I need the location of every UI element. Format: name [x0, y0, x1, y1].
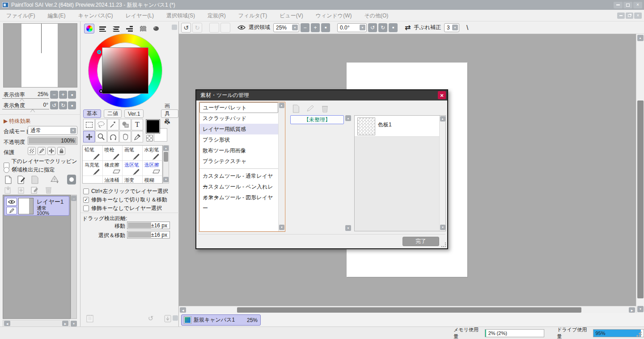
- scroll-up-icon[interactable]: ▲: [163, 146, 169, 151]
- maximize-button[interactable]: [623, 2, 632, 8]
- option-checkbox-row[interactable]: Ctrl+左クリックでレイヤー選択: [83, 188, 168, 195]
- export-icon[interactable]: [163, 314, 173, 323]
- horizontal-scroll-thumb[interactable]: [237, 307, 581, 313]
- tool-cell[interactable]: 橡皮擦: [103, 161, 123, 176]
- tool-cell[interactable]: 模糊: [143, 176, 163, 184]
- tool-cell[interactable]: 选区笔: [123, 161, 143, 176]
- new-layer-folder-icon[interactable]: [30, 175, 39, 184]
- opacity-slider[interactable]: 100%: [28, 137, 77, 145]
- redo-button[interactable]: ↻: [192, 23, 202, 33]
- option-checkbox-row[interactable]: 修飾キーなしでレイヤー選択: [83, 205, 162, 212]
- drag-distance-slider[interactable]: ±16 px: [127, 222, 170, 229]
- rotate-cw-button[interactable]: ↻: [378, 23, 387, 32]
- eyedropper-tool[interactable]: [131, 131, 143, 142]
- scroll-down-icon[interactable]: ▼: [71, 321, 77, 326]
- canvas-tab[interactable]: 新規キャンバス1 25%: [181, 314, 261, 326]
- text-tool[interactable]: T: [131, 119, 143, 130]
- menu-item[interactable]: その他(O): [358, 10, 394, 21]
- zoom-slider[interactable]: [2, 98, 49, 99]
- minimize-button[interactable]: [614, 2, 623, 8]
- scroll-up-icon[interactable]: ▲: [345, 115, 351, 121]
- tool-cell[interactable]: 选区擦: [143, 161, 163, 176]
- items-scrollbar[interactable]: ▲ ▼: [439, 116, 445, 231]
- scroll-up-icon[interactable]: ▲: [440, 116, 445, 121]
- detect-source-option[interactable]: 領域検出元に指定: [4, 166, 55, 174]
- zoom-in-button[interactable]: +: [59, 91, 67, 99]
- material-category[interactable]: スクラッチパッド: [199, 113, 278, 124]
- color-tab-二値[interactable]: 二値: [104, 109, 122, 118]
- done-button[interactable]: 完了: [402, 237, 439, 246]
- zoom-select[interactable]: 25% ▼: [273, 23, 299, 32]
- scroll-right-icon[interactable]: ▶: [629, 307, 635, 313]
- mdi-restore-button[interactable]: [626, 13, 633, 19]
- new-group-icon[interactable]: [291, 104, 301, 113]
- close-button[interactable]: ×: [633, 2, 642, 8]
- menu-item[interactable]: フィルタ(T): [232, 10, 273, 21]
- scroll-down-icon[interactable]: ▼: [345, 225, 351, 231]
- rename-icon[interactable]: [305, 104, 315, 113]
- mdi-close-button[interactable]: ×: [634, 13, 642, 19]
- layers-scroll-button[interactable]: –: [71, 196, 76, 201]
- layer-mask-icon[interactable]: [67, 175, 76, 184]
- zoom-slider-marker[interactable]: [20, 99, 24, 102]
- drag-distance-slider[interactable]: ±16 px: [127, 231, 170, 239]
- material-category[interactable]: ブラシ形状: [199, 134, 278, 145]
- delete-layer-icon[interactable]: [44, 185, 53, 195]
- menu-item[interactable]: ファイル(F): [0, 10, 41, 21]
- hue-marker[interactable]: [97, 50, 101, 54]
- selection-eye-icon[interactable]: [237, 25, 246, 30]
- tool-cell[interactable]: 马克笔: [83, 161, 103, 176]
- stabilizer-select[interactable]: 3 ▼: [444, 23, 459, 32]
- saturation-value-square[interactable]: [102, 47, 148, 94]
- unsorted-group-button[interactable]: 【未整理】: [290, 115, 344, 124]
- option-checkbox-row[interactable]: ✓修飾キーなしで切り取り＆移動: [83, 196, 167, 204]
- transfer-down-icon[interactable]: [4, 185, 13, 195]
- tool-scroll-thumb[interactable]: [164, 152, 168, 162]
- color-tab-画具风[interactable]: 画具风: [161, 109, 178, 118]
- horizontal-scrollbar[interactable]: ◀ ▶: [179, 306, 636, 313]
- scroll-down-icon[interactable]: ▼: [163, 177, 169, 182]
- primary-color-swatch[interactable]: [146, 119, 160, 134]
- layer-edit-indicator[interactable]: [6, 207, 17, 214]
- clear-layer-icon[interactable]: [30, 185, 39, 195]
- layer-visibility-toggle[interactable]: [6, 198, 17, 206]
- zoom-out-button[interactable]: −: [50, 91, 58, 99]
- zoom-reset-button[interactable]: ■: [321, 23, 330, 32]
- panel-option-button[interactable]: [173, 315, 178, 321]
- layers-scrollbar[interactable]: –: [71, 195, 77, 319]
- rotate-cw-button[interactable]: ↻: [59, 101, 67, 109]
- scroll-left-icon[interactable]: ◀: [4, 321, 10, 326]
- material-category[interactable]: ブラシテクスチャ: [199, 156, 278, 167]
- dialog-resize-grip[interactable]: [441, 242, 446, 247]
- detect-radio[interactable]: [4, 167, 9, 173]
- blend-mode-select[interactable]: 通常 ▼: [28, 126, 77, 135]
- protect-move-icon[interactable]: [47, 147, 55, 155]
- scratchpad-tab-icon[interactable]: [151, 24, 161, 33]
- hsv-slider-tab-icon[interactable]: [111, 24, 121, 33]
- rect-select-tool[interactable]: [83, 119, 95, 130]
- vertical-scrollbar[interactable]: ▲ ▼: [636, 34, 644, 313]
- move-tool[interactable]: [83, 131, 95, 142]
- menu-item[interactable]: 選択領域(S): [160, 10, 201, 21]
- scroll-right-icon[interactable]: ▶: [62, 321, 68, 326]
- tool-cell[interactable]: 渐变: [123, 176, 143, 184]
- color-tab-Ver.1[interactable]: Ver.1: [124, 109, 144, 118]
- material-category[interactable]: レイヤー用紙質感: [199, 124, 278, 134]
- angle-reset-button[interactable]: ■: [68, 101, 76, 109]
- resize-grip[interactable]: [636, 331, 642, 337]
- material-category[interactable]: 散布ツール用画像: [199, 145, 278, 156]
- sv-marker[interactable]: [99, 89, 103, 93]
- dialog-close-button[interactable]: ×: [438, 91, 446, 99]
- line-tool-icon[interactable]: \: [466, 24, 468, 31]
- new-linework-layer-icon[interactable]: [17, 175, 26, 184]
- scroll-down-icon[interactable]: ▼: [279, 225, 284, 230]
- tool-cell[interactable]: 画笔: [123, 146, 143, 161]
- undo-button[interactable]: ↺: [181, 23, 191, 33]
- auto-select-tool[interactable]: [119, 119, 131, 130]
- angle-select[interactable]: 0.0° ▼: [337, 23, 367, 32]
- rotate-view-tool[interactable]: [107, 131, 119, 142]
- mdi-minimize-button[interactable]: [617, 13, 625, 19]
- vertical-scroll-thumb[interactable]: [637, 100, 644, 298]
- menu-item[interactable]: レイヤー(L): [119, 10, 161, 21]
- layer-row[interactable]: レイヤー1 通常 100%: [4, 196, 69, 216]
